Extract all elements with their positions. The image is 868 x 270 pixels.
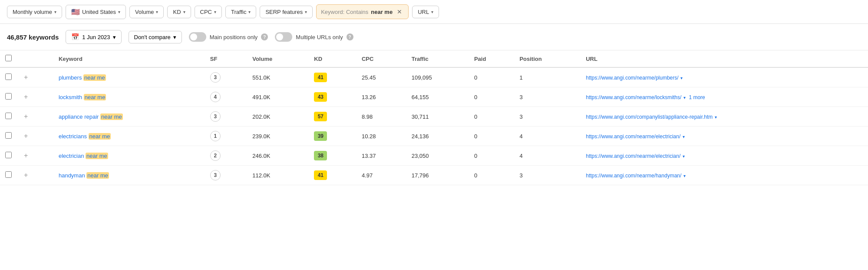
monthly-volume-filter[interactable]: Monthly volume ▾ bbox=[7, 6, 62, 18]
row-checkbox-3[interactable] bbox=[5, 132, 12, 139]
keyword-highlight-2: near me bbox=[100, 113, 123, 120]
row-checkbox-cell bbox=[0, 146, 17, 166]
row-checkbox-0[interactable] bbox=[5, 73, 12, 80]
add-keyword-button-2[interactable]: + bbox=[22, 113, 30, 120]
row-url-cell-0: https://www.angi.com/nearme/plumbers/ ▾ bbox=[581, 67, 868, 87]
row-position-cell-0: 1 bbox=[514, 67, 581, 87]
sf-badge-4: 2 bbox=[210, 150, 221, 161]
add-keyword-button-1[interactable]: + bbox=[22, 93, 30, 100]
paid-col-header[interactable]: Paid bbox=[469, 50, 514, 67]
url-link-4[interactable]: https://www.angi.com/nearme/electrician/ bbox=[586, 153, 680, 159]
table-row: + appliance repair near me 3 202.0K 57 8… bbox=[0, 107, 868, 127]
url-link-0[interactable]: https://www.angi.com/nearme/plumbers/ bbox=[586, 75, 678, 81]
row-kd-cell-1: 43 bbox=[309, 87, 356, 107]
more-link-1[interactable]: 1 more bbox=[687, 94, 705, 100]
position-value-3: 4 bbox=[519, 133, 522, 140]
table-row: + handyman near me 3 112.0K 41 4.97 17,7… bbox=[0, 166, 868, 185]
row-cpc-cell-1: 13.26 bbox=[356, 87, 406, 107]
row-checkbox-4[interactable] bbox=[5, 152, 12, 158]
url-col-header[interactable]: URL bbox=[581, 50, 868, 67]
add-keyword-button-0[interactable]: + bbox=[22, 74, 30, 81]
position-value-0: 1 bbox=[519, 74, 522, 81]
url-link-5[interactable]: https://www.angi.com/nearme/handyman/ bbox=[586, 173, 681, 179]
row-checkbox-cell bbox=[0, 127, 17, 146]
kd-label: KD bbox=[173, 9, 181, 15]
row-traffic-cell-0: 109,095 bbox=[406, 67, 469, 87]
compare-button[interactable]: Don't compare ▾ bbox=[129, 31, 182, 43]
url-caret: ▾ bbox=[431, 10, 433, 14]
multiple-urls-help-icon: ? bbox=[347, 33, 353, 40]
row-volume-cell-0: 551.0K bbox=[247, 67, 309, 87]
compare-caret: ▾ bbox=[173, 34, 176, 40]
paid-value-1: 0 bbox=[474, 94, 477, 100]
row-traffic-cell-3: 24,136 bbox=[406, 127, 469, 146]
keyword-link-1[interactable]: locksmith near me bbox=[59, 94, 106, 100]
main-positions-toggle[interactable] bbox=[189, 32, 206, 42]
row-keyword-cell-1: locksmith near me bbox=[53, 87, 205, 107]
sf-badge-3: 1 bbox=[210, 131, 221, 141]
volume-value-3: 239.0K bbox=[252, 133, 270, 140]
date-picker-button[interactable]: 📅 1 Jun 2023 ▾ bbox=[66, 30, 121, 44]
row-cpc-cell-2: 8.98 bbox=[356, 107, 406, 127]
cpc-value-0: 25.45 bbox=[362, 74, 376, 81]
paid-value-2: 0 bbox=[474, 113, 477, 120]
row-cpc-cell-4: 13.37 bbox=[356, 146, 406, 166]
row-checkbox-5[interactable] bbox=[5, 171, 12, 178]
keyword-link-0[interactable]: plumbers near me bbox=[59, 74, 106, 81]
row-url-cell-1: https://www.angi.com/nearme/locksmiths/ … bbox=[581, 87, 868, 107]
position-col-header[interactable]: Position bbox=[514, 50, 581, 67]
row-checkbox-2[interactable] bbox=[5, 113, 12, 119]
row-sf-cell-3: 1 bbox=[205, 127, 247, 146]
traffic-value-5: 17,796 bbox=[412, 172, 429, 179]
row-checkbox-1[interactable] bbox=[5, 93, 12, 100]
row-add-cell: + bbox=[17, 107, 53, 127]
kd-filter[interactable]: KD ▾ bbox=[167, 6, 191, 18]
cpc-value-4: 13.37 bbox=[362, 153, 376, 159]
cpc-filter[interactable]: CPC ▾ bbox=[195, 6, 222, 18]
url-link-2[interactable]: https://www.angi.com/companylist/applian… bbox=[586, 114, 713, 120]
keyword-filter-close-button[interactable]: ✕ bbox=[395, 7, 404, 16]
traffic-col-header[interactable]: Traffic bbox=[406, 50, 469, 67]
keyword-link-3[interactable]: electricians near me bbox=[59, 133, 111, 140]
cpc-col-header[interactable]: CPC bbox=[356, 50, 406, 67]
kd-col-header[interactable]: KD bbox=[309, 50, 356, 67]
traffic-filter[interactable]: Traffic ▾ bbox=[225, 6, 256, 18]
filter-bar: Monthly volume ▾ 🇺🇸 United States ▾ Volu… bbox=[0, 0, 868, 24]
add-keyword-button-4[interactable]: + bbox=[22, 152, 30, 159]
volume-value-5: 112.0K bbox=[252, 172, 270, 179]
date-label: 1 Jun 2023 bbox=[82, 34, 110, 40]
multiple-urls-toggle[interactable] bbox=[275, 32, 292, 42]
keyword-link-5[interactable]: handyman near me bbox=[59, 172, 109, 179]
add-keyword-button-3[interactable]: + bbox=[22, 133, 30, 140]
row-volume-cell-2: 202.0K bbox=[247, 107, 309, 127]
row-url-cell-2: https://www.angi.com/companylist/applian… bbox=[581, 107, 868, 127]
position-value-1: 3 bbox=[519, 94, 522, 100]
url-link-3[interactable]: https://www.angi.com/nearme/electrician/ bbox=[586, 133, 680, 140]
table-header-row: Keyword SF Volume KD CPC Traffic Paid Po… bbox=[0, 50, 868, 67]
row-sf-cell-5: 3 bbox=[205, 166, 247, 185]
country-filter[interactable]: 🇺🇸 United States ▾ bbox=[66, 5, 126, 19]
row-traffic-cell-2: 30,711 bbox=[406, 107, 469, 127]
row-kd-cell-4: 38 bbox=[309, 146, 356, 166]
url-caret-3: ▾ bbox=[681, 134, 685, 139]
add-keyword-button-5[interactable]: + bbox=[22, 172, 30, 179]
url-filter[interactable]: URL ▾ bbox=[412, 6, 439, 18]
row-paid-cell-4: 0 bbox=[469, 146, 514, 166]
serp-features-label: SERP features bbox=[265, 9, 303, 15]
keyword-link-4[interactable]: electrician near me bbox=[59, 153, 108, 159]
cpc-value-1: 13.26 bbox=[362, 94, 376, 100]
serp-features-filter[interactable]: SERP features ▾ bbox=[260, 6, 313, 18]
keyword-col-header[interactable]: Keyword bbox=[53, 50, 205, 67]
row-checkbox-cell bbox=[0, 87, 17, 107]
url-link-1[interactable]: https://www.angi.com/nearme/locksmiths/ bbox=[586, 94, 681, 100]
sf-col-header[interactable]: SF bbox=[205, 50, 247, 67]
row-add-cell: + bbox=[17, 87, 53, 107]
url-caret-2: ▾ bbox=[713, 115, 717, 120]
volume-filter[interactable]: Volume ▾ bbox=[129, 6, 164, 18]
paid-value-0: 0 bbox=[474, 74, 477, 81]
keywords-table: Keyword SF Volume KD CPC Traffic Paid Po… bbox=[0, 50, 868, 185]
serp-features-caret: ▾ bbox=[305, 10, 307, 14]
volume-col-header[interactable]: Volume bbox=[247, 50, 309, 67]
select-all-checkbox[interactable] bbox=[5, 55, 12, 61]
keyword-link-2[interactable]: appliance repair near me bbox=[59, 113, 123, 120]
